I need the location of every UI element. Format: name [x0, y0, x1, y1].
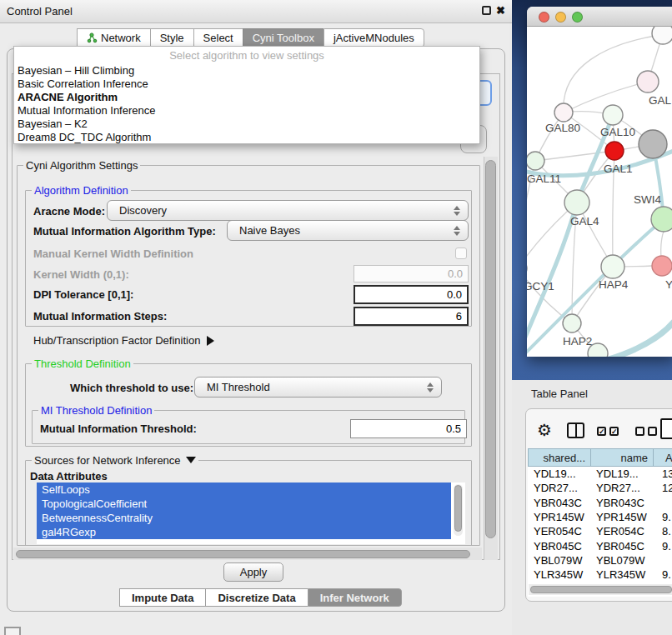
node-label: GAL1 — [604, 162, 633, 175]
network-node[interactable] — [564, 190, 589, 215]
control-panel-tab[interactable]: Style — [150, 28, 193, 48]
column-header[interactable]: shared... — [528, 448, 590, 467]
cyni-bottom-tab[interactable]: Discretize Data — [205, 588, 307, 607]
which-threshold-select[interactable]: MI Threshold — [194, 377, 442, 398]
cyni-bottom-tab[interactable]: Infer Network — [308, 588, 402, 607]
close-traffic-light-icon[interactable] — [539, 12, 549, 22]
control-panel-tab[interactable]: Network — [77, 28, 150, 48]
hub-definition-toggle[interactable]: Hub/Transcription Factor Definition — [33, 334, 214, 347]
network-canvas[interactable]: GALGAL80GAL10GAL1GAL11SWI4GAL4GCY1HAP4YH… — [527, 27, 672, 357]
network-icon — [87, 32, 98, 43]
unchecked-box-icon[interactable] — [635, 427, 644, 436]
gear-icon[interactable]: ⚙ — [537, 420, 552, 440]
attribute-list-scroll-thumb[interactable] — [454, 485, 462, 532]
cyni-bottom-tab[interactable]: Impute Data — [119, 588, 205, 607]
algorithm-list: Bayesian – Hill Climbing Basic Correlati… — [14, 64, 479, 144]
attribute-item[interactable]: gal4RGexp — [37, 525, 451, 539]
close-panel-icon[interactable]: ✖ — [496, 4, 505, 17]
mi-algorithm-type-select[interactable]: Naive Bayes — [227, 220, 469, 241]
table-cell: 9. — [653, 568, 672, 582]
attribute-item[interactable]: TopologicalCoefficient — [37, 497, 451, 511]
node-label: HAP2 — [563, 335, 592, 348]
node-label: GAL4 — [570, 215, 599, 228]
attribute-list-scrollbar[interactable] — [454, 484, 463, 536]
network-node[interactable] — [563, 314, 581, 332]
aracne-mode-value: Discovery — [119, 204, 167, 217]
sources-group-title[interactable]: Sources for Network Inference — [32, 454, 198, 467]
network-node[interactable] — [652, 27, 672, 44]
table-row[interactable]: YER054C YER054C 8. — [528, 524, 672, 538]
mi-threshold-field[interactable]: 0.5 — [350, 419, 467, 438]
control-panel-tab[interactable]: jActiveMNodules — [323, 28, 424, 48]
minimize-traffic-light-icon[interactable] — [555, 12, 566, 22]
columns-icon[interactable] — [567, 422, 584, 438]
algorithm-option[interactable]: Basic Correlation Inference — [14, 78, 479, 91]
network-node[interactable] — [605, 142, 624, 160]
apply-button[interactable]: Apply — [223, 562, 283, 582]
network-node[interactable] — [527, 152, 544, 170]
kernel-width-field: 0.0 — [354, 265, 469, 282]
minimized-panel-button[interactable] — [4, 627, 21, 635]
settings-group-title: Cyni Algorithm Settings — [23, 159, 140, 172]
control-panel-tab[interactable]: Cyni Toolbox — [243, 28, 323, 48]
expand-arrow-icon[interactable] — [207, 336, 214, 346]
settings-vertical-scroll-thumb[interactable] — [485, 160, 496, 538]
settings-horizontal-scroll-thumb[interactable] — [16, 550, 470, 558]
table-row[interactable]: YLR345W YLR345W 9. — [528, 568, 672, 582]
network-edge[interactable] — [606, 320, 672, 357]
dpi-tolerance-label: DPI Tolerance [0,1]: — [33, 288, 133, 301]
network-node[interactable] — [554, 103, 573, 122]
table-horizontal-scroll-thumb[interactable] — [530, 586, 672, 593]
table-row[interactable]: YDL19... YDL19... 13 — [528, 467, 672, 481]
column-header[interactable]: name — [590, 448, 653, 467]
collapse-arrow-icon[interactable] — [186, 457, 196, 463]
table-cell: YBR045C — [528, 538, 590, 552]
algorithm-option[interactable]: Dream8 DC_TDC Algorithm — [14, 131, 479, 144]
table-row[interactable]: YPR145W YPR145W 9. — [528, 510, 672, 524]
network-window-titlebar[interactable] — [527, 7, 672, 27]
network-node[interactable] — [652, 256, 672, 276]
table-cell — [653, 496, 672, 510]
table-cell: 9. — [653, 538, 672, 552]
manual-kernel-label: Manual Kernel Width Definition — [33, 248, 193, 260]
network-node[interactable] — [639, 130, 667, 158]
file-icon[interactable] — [660, 418, 672, 439]
dpi-tolerance-field[interactable]: 0.0 — [354, 285, 469, 304]
network-node[interactable] — [651, 207, 672, 232]
table-cell: YBL079W — [528, 553, 590, 568]
which-threshold-value: MI Threshold — [207, 381, 270, 393]
manual-kernel-checkbox[interactable] — [455, 248, 467, 259]
network-node[interactable] — [603, 105, 623, 125]
data-attributes-list[interactable]: SelfLoops TopologicalCoefficient Between… — [37, 482, 465, 544]
float-window-icon[interactable] — [482, 6, 491, 15]
aracne-mode-select[interactable]: Discovery — [107, 200, 469, 221]
checked-box-icon[interactable]: ✓ — [609, 427, 619, 436]
table-cell: YER054C — [590, 524, 653, 538]
attribute-item[interactable]: BetweennessCentrality — [37, 511, 451, 525]
algorithm-option[interactable]: ARACNE Algorithm — [14, 91, 479, 104]
attribute-item[interactable]: SelfLoops — [37, 482, 451, 497]
network-edge[interactable] — [535, 151, 614, 161]
zoom-traffic-light-icon[interactable] — [572, 12, 583, 22]
table-cell: YPR145W — [528, 510, 590, 524]
algorithm-option[interactable]: Bayesian – K2 — [14, 118, 479, 131]
network-node[interactable] — [637, 71, 659, 92]
mi-steps-field[interactable]: 6 — [354, 307, 469, 326]
table-row[interactable]: YBR043C YBR043C — [528, 496, 672, 510]
column-header[interactable]: A — [653, 448, 672, 467]
checked-box-icon[interactable]: ✓ — [597, 427, 606, 436]
table-cell: 9. — [653, 510, 672, 524]
unchecked-box-icon[interactable] — [648, 427, 657, 436]
control-panel-tab[interactable]: Select — [193, 28, 243, 48]
node-label: SWI4 — [634, 193, 661, 206]
algorithm-option[interactable]: Bayesian – Hill Climbing — [14, 64, 479, 78]
table-cell: YPR145W — [590, 510, 653, 524]
table-row[interactable]: YBR045C YBR045C 9. — [528, 538, 672, 552]
table-cell: YER054C — [528, 524, 590, 538]
table-row[interactable]: YBL079W YBL079W — [528, 553, 672, 568]
network-node[interactable] — [601, 255, 624, 278]
algorithm-definition-title: Algorithm Definition — [32, 184, 131, 197]
table-cell: YBR045C — [590, 538, 653, 552]
table-row[interactable]: YDR27... YDR27... 12 — [528, 481, 672, 495]
algorithm-option[interactable]: Mutual Information Inference — [14, 104, 479, 118]
